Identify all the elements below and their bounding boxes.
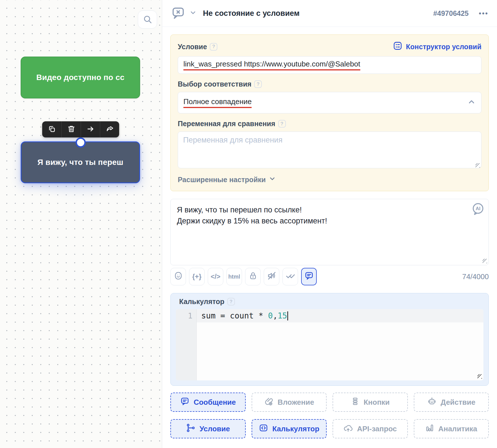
calculator-label: Калькулятор ? (179, 298, 235, 306)
node-connection-handle[interactable] (76, 137, 86, 148)
editor-code-area[interactable]: sum = count * 0,15 (197, 309, 483, 380)
advanced-settings-label: Расширенные настройки (178, 176, 266, 184)
robot-action-icon (427, 397, 437, 408)
share-node-button[interactable] (100, 121, 119, 137)
help-icon[interactable]: ? (254, 80, 262, 88)
chevron-up-icon (467, 98, 476, 108)
condition-label: Условие ? (178, 43, 217, 51)
lock-icon (249, 271, 258, 282)
insert-code-button[interactable]: </> (208, 268, 223, 285)
line-number: 1 (176, 309, 196, 322)
read-receipt-button[interactable] (282, 268, 298, 285)
bar-chart-icon (425, 423, 434, 434)
cloud-upload-icon (343, 423, 353, 435)
branch-icon (186, 423, 196, 435)
match-select[interactable]: Полное совпадение (178, 92, 481, 113)
flow-canvas[interactable]: Видео доступно по сс (0, 0, 162, 448)
message-type-icon[interactable] (171, 5, 185, 21)
match-label: Выбор соответствия ? (178, 80, 481, 88)
message-bubble-icon (180, 397, 190, 408)
help-icon[interactable]: ? (210, 43, 217, 51)
delete-node-button[interactable] (61, 121, 81, 137)
arrow-right-icon (87, 125, 95, 134)
salebot-editor: Видео доступно по сс (0, 0, 497, 448)
goto-node-button[interactable] (81, 121, 100, 137)
html-mode-button[interactable]: html (226, 268, 242, 285)
message-bubble-icon (304, 271, 314, 282)
block-button-analytics[interactable]: Аналитика (414, 419, 489, 438)
help-icon[interactable]: ? (278, 120, 286, 128)
block-settings-panel: Не состояние с условием #49706425 ••• Ус… (162, 0, 497, 448)
ai-assistant-button[interactable]: AI (471, 202, 485, 217)
char-counter: 74/4000 (462, 272, 489, 281)
protect-content-button[interactable] (245, 268, 261, 285)
trash-icon (67, 125, 75, 134)
condition-section: Условие ? Кон (170, 35, 489, 191)
block-button-buttons[interactable]: Кнопки (333, 393, 408, 412)
constructor-icon (393, 41, 402, 52)
paperclip-plus-icon (264, 397, 274, 408)
insert-variable-button[interactable]: {+} (189, 268, 205, 285)
double-check-icon (286, 271, 295, 282)
sound-off-icon (267, 271, 277, 282)
text-cursor (287, 311, 288, 320)
message-line: Держи скидку в 15% на весь ассортимент! (177, 216, 482, 227)
copy-node-button[interactable] (42, 121, 61, 137)
block-type-buttons: Сообщение Вложение (170, 393, 489, 438)
more-menu-button[interactable]: ••• (479, 9, 489, 17)
panel-header: Не состояние с условием #49706425 ••• (162, 0, 497, 27)
message-line: Я вижу, что ты перешел по ссылке! (177, 204, 482, 216)
node-label: Видео доступно по сс (36, 73, 124, 82)
message-text-input[interactable]: Я вижу, что ты перешел по ссылке! Держи … (170, 199, 489, 265)
variable-label: Переменная для сравнения ? (178, 120, 481, 128)
search-icon (143, 14, 152, 25)
condition-value: link_was_pressed https://www.youtube.com… (183, 60, 360, 70)
chevron-down-icon (269, 175, 276, 184)
block-button-action[interactable]: Действие (414, 393, 489, 412)
match-selected-value: Полное совпадение (183, 97, 252, 108)
stacked-buttons-icon (351, 397, 360, 408)
block-button-api-request[interactable]: API-запрос (333, 419, 408, 438)
emoji-icon (174, 271, 183, 282)
chevron-down-icon[interactable] (189, 9, 197, 18)
panel-body: Условие ? Кон (162, 35, 497, 438)
variable-input[interactable] (178, 132, 481, 168)
emoji-button[interactable] (170, 268, 186, 285)
node-toolbar (42, 121, 119, 137)
flow-node-selected[interactable]: Я вижу, что ты переш (21, 141, 140, 183)
calculator-section: Калькулятор ? 1 sum = count * 0,15 (170, 293, 489, 386)
calculator-code-editor[interactable]: 1 sum = count * 0,15 (176, 309, 483, 380)
block-id: #49706425 (433, 9, 469, 18)
editor-gutter: 1 (176, 309, 197, 380)
message-toolbar: {+} </> html (170, 268, 489, 285)
block-title: Не состояние с условием (203, 9, 429, 18)
message-mode-button[interactable] (301, 268, 317, 285)
flow-node-green[interactable]: Видео доступно по сс (21, 57, 140, 98)
share-icon (106, 125, 114, 134)
block-button-message[interactable]: Сообщение (170, 393, 246, 412)
condition-constructor-button[interactable]: Конструктор условий (393, 41, 481, 52)
constructor-link-label: Конструктор условий (406, 43, 481, 51)
silent-message-button[interactable] (264, 268, 279, 285)
condition-input[interactable]: link_was_pressed https://www.youtube.com… (178, 56, 481, 74)
block-button-condition[interactable]: Условие (170, 419, 246, 438)
help-icon[interactable]: ? (227, 298, 235, 305)
block-button-attachment[interactable]: Вложение (252, 393, 327, 412)
canvas-search-button[interactable] (138, 10, 157, 29)
copy-icon (48, 125, 56, 134)
advanced-settings-toggle[interactable]: Расширенные настройки (178, 175, 276, 184)
svg-text:AI: AI (476, 206, 481, 211)
resize-grip-icon[interactable] (483, 259, 487, 263)
node-label: Я вижу, что ты переш (37, 158, 123, 167)
code-square-icon (259, 423, 268, 435)
code-line: sum = count * 0,15 (197, 309, 483, 322)
block-button-calculator[interactable]: Калькулятор (252, 419, 327, 438)
